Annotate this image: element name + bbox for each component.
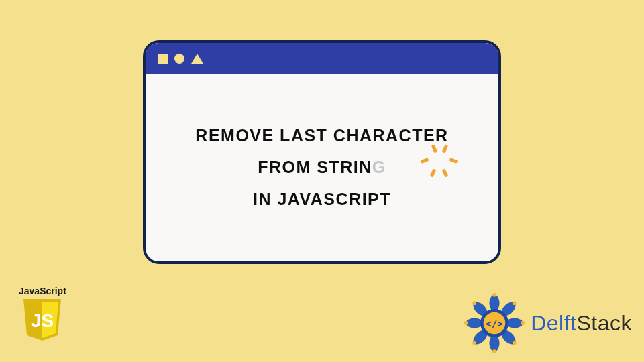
svg-point-5: [513, 341, 517, 345]
svg-point-8: [464, 321, 468, 325]
svg-point-2: [492, 293, 496, 297]
js-shield-text: JS: [31, 310, 54, 331]
delft-suffix: Stack: [576, 311, 632, 335]
illustration-window: REMOVE LAST CHARACTER FROM STRING IN JAV…: [143, 40, 501, 264]
javascript-logo: JavaScript JS: [19, 286, 66, 345]
delft-prefix: Delft: [531, 311, 576, 335]
mandala-code-text: </>: [486, 318, 503, 329]
svg-point-4: [521, 321, 525, 325]
heading-line-3: IN JAVASCRIPT: [195, 184, 448, 216]
svg-point-3: [513, 301, 517, 305]
heading-faded-letter: G: [372, 158, 386, 176]
svg-point-7: [473, 341, 477, 345]
heading-line-2: FROM STRING: [195, 152, 448, 184]
svg-point-6: [492, 349, 496, 353]
circle-icon: [174, 54, 184, 64]
heading-line-2-prefix: FROM STRIN: [258, 158, 372, 176]
window-title-bar: [146, 43, 498, 74]
square-icon: [158, 54, 168, 64]
heading-line-1: REMOVE LAST CHARACTER: [195, 120, 448, 152]
window-content: REMOVE LAST CHARACTER FROM STRING IN JAV…: [146, 74, 498, 261]
delftstack-logo: </> DelftStack: [462, 291, 632, 355]
svg-point-9: [473, 301, 477, 305]
delftstack-text: DelftStack: [531, 311, 632, 336]
js-shield-icon: JS: [21, 298, 63, 342]
triangle-icon: [191, 54, 203, 64]
burst-icon: [426, 153, 453, 180]
javascript-label: JavaScript: [19, 286, 66, 296]
mandala-icon: </>: [462, 291, 527, 355]
heading-text: REMOVE LAST CHARACTER FROM STRING IN JAV…: [195, 120, 448, 216]
